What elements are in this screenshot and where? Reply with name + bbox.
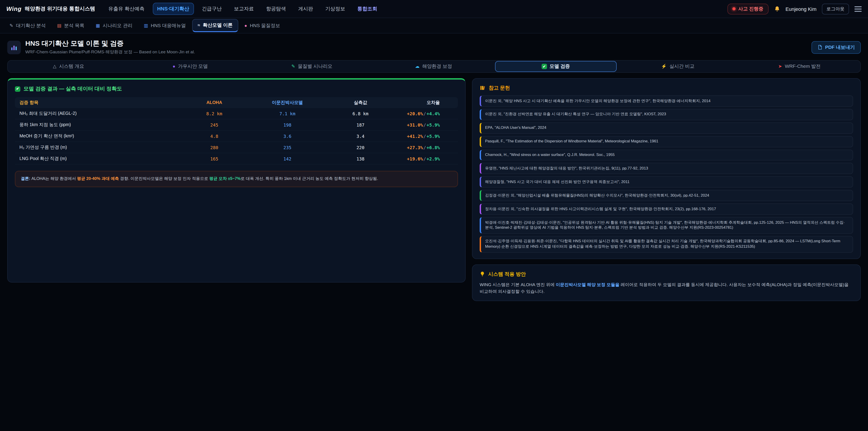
validation-table-row[interactable]: LNG Pool 확산 직경 (m)165142138+19.6%/+2.9%	[15, 153, 458, 164]
logout-button[interactable]: 로그아웃	[822, 3, 849, 14]
note-text-part: 결론:	[21, 176, 30, 181]
section-tab[interactable]: ➤WRF-Chem 발전	[739, 61, 860, 72]
hamburger-menu-icon[interactable]	[855, 6, 862, 11]
section-tab-label: 모델 검증	[550, 63, 570, 70]
main-nav-item[interactable]: 항공탐색	[262, 3, 290, 14]
error-separator: /	[423, 111, 426, 116]
subnav-tab[interactable]: ✎대기확산 분석	[4, 20, 51, 31]
main-nav-item[interactable]: 보고자료	[230, 3, 258, 14]
validation-table-body: NH₃ 최대 도달거리 (AEGL-2)8.2 km7.1 km6.8 km+2…	[15, 108, 458, 164]
subnav-tab[interactable]: ▦시나리오 관리	[91, 20, 137, 31]
main-nav-item[interactable]: HNS·대기확산	[153, 3, 194, 15]
reference-item[interactable]: 해양경찰청, "HNS 사고 국가 대비 대응 체제 선진화 방안 연구용역 최…	[480, 177, 853, 188]
section-tab-label: 물질별 시나리오	[298, 63, 333, 70]
error-rate-cell: +20.6%/+4.4%	[392, 109, 458, 118]
alert-pulse-icon	[733, 7, 736, 10]
aloha-value-cell: 280	[183, 143, 245, 152]
reference-item[interactable]: EPA, "ALOHA User's Manual", 2024	[480, 123, 853, 134]
error-rate-cell: +31.0%/+5.9%	[392, 120, 458, 130]
aloha-error-value: +27.3%	[407, 145, 423, 150]
note-text-part: ALOHA는 해양 환경에서	[30, 176, 77, 181]
bell-icon[interactable]	[774, 6, 780, 12]
reference-item[interactable]: 박경애·이진호·박재진·김태성·김태성·이문진, "인공위성 원격탐사 기반 A…	[480, 217, 853, 234]
main-nav-item[interactable]: 유출유 확산예측	[104, 3, 149, 14]
table-header-cell: ALOHA	[183, 97, 245, 108]
subnav-tab[interactable]: ▥HNS 대응매뉴얼	[139, 20, 191, 31]
references-title-row: 참고 문헌	[480, 85, 853, 91]
incident-status-badge[interactable]: 사고 진행중	[727, 3, 768, 14]
manual-book-icon: ▥	[144, 23, 148, 28]
section-tab-label: 가우시안 모델	[178, 63, 208, 70]
subnav-tab-label: 분석 목록	[64, 22, 85, 29]
measured-value-cell: 187	[330, 120, 392, 130]
reference-item[interactable]: 이문진 외, "친환경 선박연료 해양 유출 시 대기확산 특성 연구 — 암모…	[480, 109, 853, 120]
realtime-icon: ⚡	[661, 64, 667, 69]
brand[interactable]: Wing 해양환경 위기대응 통합시스템	[6, 5, 95, 12]
error-separator: /	[423, 145, 426, 150]
validation-item-cell: NH₃ 최대 도달거리 (AEGL-2)	[15, 108, 183, 119]
error-rate-cell: +27.3%/+6.8%	[392, 143, 458, 152]
incident-status-label: 사고 진행중	[738, 6, 763, 12]
top-navbar: Wing 해양환경 위기대응 통합시스템 유출유 확산예측HNS·대기확산긴급구…	[0, 0, 868, 18]
section-tab[interactable]: ☁해양환경 보정	[373, 61, 494, 72]
validation-table: 검증 항목ALOHA이문진박사모델실측값오차율 NH₃ 최대 도달거리 (AEG…	[15, 97, 458, 164]
validation-table-row[interactable]: NH₃ 최대 도달거리 (AEGL-2)8.2 km7.1 km6.8 km+2…	[15, 108, 458, 119]
pdf-document-icon	[817, 45, 822, 50]
aloha-error-value: +20.6%	[407, 111, 423, 116]
aloha-error-value: +41.2%	[407, 133, 423, 138]
subnav-tab[interactable]: ●HNS 물질정보	[239, 20, 285, 31]
reference-item[interactable]: 김정경·이문진 외, "해양산업시설 배출 위험유해물질(HNS)의 해양확산 …	[480, 190, 853, 201]
ocean-cloud-icon: ☁	[415, 64, 420, 69]
main-nav: 유출유 확산예측HNS·대기확산긴급구난보고자료항공탐색게시판기상정보통합조회	[104, 3, 381, 15]
section-tab[interactable]: ✎물질별 시나리오	[252, 61, 372, 72]
aloha-value-cell: 8.2 km	[183, 109, 245, 118]
conclusion-note: 결론: ALOHA는 해양 환경에서 평균 20-40% 과대 예측 경향. 이…	[15, 171, 458, 187]
notebook-icon: ▤	[57, 23, 61, 28]
aloha-value-cell: 245	[183, 120, 245, 130]
main-nav-item[interactable]: 긴급구난	[198, 3, 226, 14]
section-tab-label: 실시간 비교	[670, 63, 694, 70]
reference-item[interactable]: Charnock, H., "Wind stress on a water su…	[480, 149, 853, 161]
validation-table-row[interactable]: 풍하 1km 지점 농도 (ppm)245198187+31.0%/+5.9%	[15, 119, 458, 131]
check-icon: ✔	[15, 86, 20, 92]
lee-model-value-cell: 198	[245, 120, 329, 130]
pdf-export-button[interactable]: PDF 내보내기	[811, 41, 861, 54]
lee-error-value: +5.9%	[427, 122, 440, 127]
scenario-pencil-icon: ✎	[291, 64, 295, 69]
subnav-tab-label: 시나리오 관리	[103, 22, 132, 29]
note-text-part: 평균 20-40% 과대 예측	[77, 176, 119, 181]
reference-item[interactable]: 정차용·이문진 외, "신속한 의사결정을 위한 HNS 사고이력관리시스템 설…	[480, 204, 853, 215]
validation-table-row[interactable]: H₂ 가연성 구름 반경 (m)280235220+27.3%/+6.8%	[15, 142, 458, 153]
reference-item[interactable]: 오진석·김주영·이득재·김용원·최준·이문진, "다항목 HNS 데이터의 실시…	[480, 236, 853, 253]
lee-model-value-cell: 7.1 km	[245, 109, 329, 118]
subnav-tab[interactable]: ▤분석 목록	[52, 20, 90, 31]
validation-table-row[interactable]: MeOH 증기 확산 면적 (km²)4.83.63.4+41.2%/+5.9%	[15, 131, 458, 142]
reference-item[interactable]: 유영면, "HNS 재난사고에 대한 해양경찰의 대응 방안", 한국위기관리논…	[480, 163, 853, 174]
books-icon	[480, 85, 486, 91]
measured-value-cell: 138	[330, 154, 392, 164]
subnav-tab[interactable]: ≈확산모델 이론	[192, 19, 238, 32]
note-text-part: 로 대폭 개선. 특히 풍하 1km 이내 근거리 농도 예측 정확도가 현저히…	[241, 176, 378, 181]
overview-chart-icon: △	[53, 64, 56, 69]
main-nav-item[interactable]: 통합조회	[353, 3, 381, 14]
application-text-part: WING 시스템은 기본 ALOHA 엔진 위에	[480, 282, 556, 287]
section-tab[interactable]: △시스템 개요	[8, 61, 129, 72]
section-tab[interactable]: ✔모델 검증	[495, 61, 616, 72]
section-tab[interactable]: ⚡실시간 비교	[617, 61, 738, 72]
page-header: HNS 대기확산 모델 이론 및 검증 WRF-Chem·Gaussian Pl…	[0, 33, 868, 60]
validation-table-header: 검증 항목ALOHA이문진박사모델실측값오차율	[15, 97, 458, 108]
section-tab[interactable]: ●가우시안 모델	[130, 61, 250, 72]
brand-title: 해양환경 위기대응 통합시스템	[25, 5, 95, 12]
gaussian-model-icon: ●	[173, 64, 175, 69]
subnav-tab-label: HNS 물질정보	[250, 22, 280, 29]
reference-item[interactable]: Pasquill, F., "The Estimation of the Dis…	[480, 136, 853, 147]
page-title: HNS 대기확산 모델 이론 및 검증	[25, 39, 195, 48]
lee-error-value: +4.4%	[427, 111, 440, 116]
lee-error-value: +6.8%	[427, 145, 440, 150]
application-panel: 시스템 적용 방안 WING 시스템은 기본 ALOHA 엔진 위에 이문진박사…	[472, 264, 861, 301]
main-nav-item[interactable]: 기상정보	[321, 3, 349, 14]
reference-item[interactable]: 이문진 외, "해양 HNS 사고 시 대기확산 예측을 위한 가우시안 모델의…	[480, 95, 853, 107]
main-nav-item[interactable]: 게시판	[294, 3, 317, 14]
measured-value-cell: 220	[330, 143, 392, 152]
measured-value-cell: 6.8 km	[330, 109, 392, 118]
